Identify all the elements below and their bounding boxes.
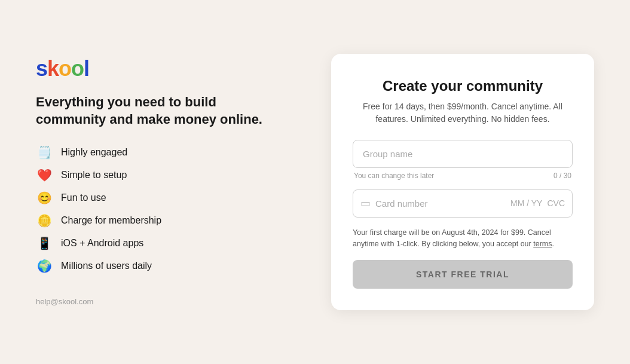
highly-engaged-icon: 🗒️ — [36, 145, 53, 160]
right-panel: Create your community Free for 14 days, … — [331, 54, 594, 311]
fun-to-use-icon: 😊 — [36, 191, 53, 205]
char-count: 0 / 30 — [553, 172, 571, 180]
left-panel: skool Everything you need to build commu… — [36, 58, 295, 305]
tagline: Everything you need to build community a… — [36, 94, 263, 128]
group-name-input[interactable] — [353, 140, 573, 168]
feature-fun-to-use: 😊 Fun to use — [36, 191, 295, 205]
logo-o2: o — [71, 56, 84, 81]
millions-users-icon: 🌍 — [36, 259, 53, 273]
credit-card-icon: ▭ — [360, 197, 371, 210]
feature-label: Fun to use — [61, 192, 106, 203]
cvc-label: CVC — [547, 198, 565, 208]
feature-simple-setup: ❤️ Simple to setup — [36, 168, 295, 182]
mm-yy-label: MM / YY — [510, 198, 542, 208]
simple-setup-icon: ❤️ — [36, 168, 53, 182]
feature-label: Highly engaged — [61, 147, 127, 158]
terms-link[interactable]: terms — [533, 240, 552, 248]
features-list: 🗒️ Highly engaged ❤️ Simple to setup 😊 F… — [36, 145, 295, 273]
feature-ios-android: 📱 iOS + Android apps — [36, 236, 295, 250]
charge-notice: Your first charge will be on August 4th,… — [353, 227, 573, 250]
logo-l: l — [84, 56, 89, 81]
card-payment-row: ▭ MM / YY CVC — [353, 189, 573, 218]
group-name-group — [353, 140, 573, 168]
feature-label: Simple to setup — [61, 170, 127, 181]
logo-k: k — [47, 56, 59, 81]
charge-notice-text: Your first charge will be on August 4th,… — [353, 228, 551, 248]
ios-android-icon: 📱 — [36, 236, 53, 250]
start-trial-button[interactable]: START FREE TRIAL — [353, 260, 573, 289]
logo-s: s — [36, 56, 47, 81]
feature-millions-users: 🌍 Millions of users daily — [36, 259, 295, 273]
charge-membership-icon: 🪙 — [36, 213, 53, 228]
input-hint-row: You can change this later 0 / 30 — [353, 172, 573, 180]
feature-highly-engaged: 🗒️ Highly engaged — [36, 145, 295, 160]
card-subtitle: Free for 14 days, then $99/month. Cancel… — [353, 100, 573, 126]
feature-label: Charge for membership — [61, 215, 161, 226]
card-title: Create your community — [353, 78, 573, 94]
input-hint-text: You can change this later — [354, 172, 434, 180]
logo-o1: o — [59, 56, 71, 81]
logo: skool — [36, 58, 295, 79]
page-container: skool Everything you need to build commu… — [0, 0, 630, 364]
card-number-input[interactable] — [375, 190, 510, 217]
help-email: help@skool.com — [36, 297, 295, 306]
feature-charge-membership: 🪙 Charge for membership — [36, 213, 295, 228]
feature-label: Millions of users daily — [61, 261, 152, 271]
feature-label: iOS + Android apps — [61, 238, 143, 249]
expiry-cvc: MM / YY CVC — [510, 198, 565, 208]
signup-card: Create your community Free for 14 days, … — [331, 54, 594, 311]
